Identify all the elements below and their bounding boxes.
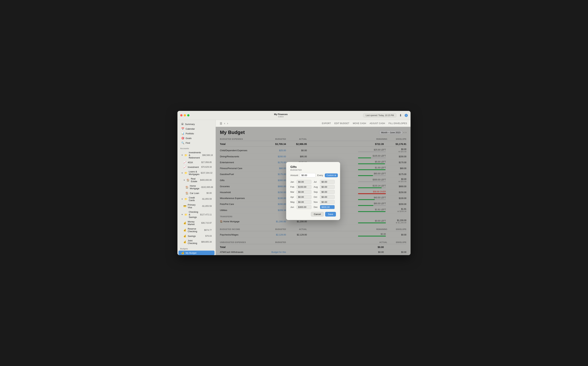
content-toolbar: ||| ‹ › EXPORT EDIT BUDGET MOVE CASH ADJ… xyxy=(216,120,411,127)
modal-overlay: Gifts BUDGETED Amount Every Custom ⊗ xyxy=(216,127,411,255)
sidebar-item-label: 401K xyxy=(188,161,200,164)
sidebar-item-label: Loans & Mortgages xyxy=(189,170,199,175)
custom-icon: ⊗ xyxy=(334,174,336,176)
cancel-button[interactable]: Cancel xyxy=(311,212,324,217)
sidebar-item-find[interactable]: 🔍 Find xyxy=(179,141,214,145)
month-label: Sep xyxy=(314,191,319,193)
account-amount: $76.03 xyxy=(205,235,212,237)
sidebar-item-primaryvisa[interactable]: 💳 Primary Visa -$1,855.59 xyxy=(179,203,214,210)
modal-month-row: Jan xyxy=(290,180,313,184)
modal-amount-row: Amount Every Custom ⊗ xyxy=(290,173,336,177)
account-amount: -$162,695.68 xyxy=(201,186,213,188)
sidebar-item-label: Credit Cards xyxy=(189,196,200,202)
month-input[interactable] xyxy=(320,205,335,209)
money-icon: 💰 xyxy=(183,229,186,231)
sidebar-item-moneymarket[interactable]: 💰 Money Market $36,715.97 xyxy=(179,220,214,226)
sidebar-item-checking[interactable]: ▼ 📁 Checking & Savings $127,472.11 xyxy=(179,210,214,219)
sidebar-item-summary[interactable]: 🏛 Summary xyxy=(179,122,214,126)
money-icon: 💰 xyxy=(183,235,186,237)
budget-icon: 💰 xyxy=(181,252,184,254)
sidebar-item-label: Primary Visa xyxy=(188,204,200,209)
folder-icon: 📁 xyxy=(184,154,187,157)
custom-button[interactable]: Custom ⊗ xyxy=(325,174,338,177)
folder-icon: 📁 xyxy=(184,172,187,174)
modal-title: Gifts xyxy=(290,165,336,168)
sidebar-item-investment[interactable]: 📈 Investment $70,629.33 xyxy=(179,165,214,169)
month-input[interactable] xyxy=(320,180,335,184)
download-button[interactable]: ⬇ xyxy=(399,114,402,117)
month-input[interactable] xyxy=(297,185,311,189)
sidebar-item-label: Savings xyxy=(188,235,204,237)
month-input[interactable] xyxy=(297,200,311,204)
amount-input[interactable] xyxy=(300,173,316,177)
sidebar-item-loans[interactable]: ▼ 📁 Loans & Mortgages $237,304.32 xyxy=(179,169,214,176)
chart-icon: 📈 xyxy=(183,161,186,164)
month-input[interactable] xyxy=(297,205,311,209)
sidebar-item-label: Summary xyxy=(185,123,212,125)
month-label: Apr xyxy=(290,196,296,198)
sidebar-item-realestate[interactable]: ▼ 🏠 Real Estate $400,000.00 xyxy=(179,176,214,183)
sidebar: 🏛 Summary 📅 Calendar 📊 Portfolio 🎯 Goals… xyxy=(177,120,216,255)
sidebar-item-investments[interactable]: ▼ 📁 Investments & Retirement $98,588.18 xyxy=(179,150,214,160)
every-label: Every xyxy=(317,174,323,176)
modal-month-row: Apr xyxy=(290,195,313,199)
month-label: Aug xyxy=(314,186,319,188)
sidebar-item-label: Real Estate xyxy=(191,177,199,183)
modal-month-row: Aug xyxy=(314,185,336,189)
forward-button[interactable]: › xyxy=(227,122,229,125)
month-input[interactable] xyxy=(297,180,311,184)
month-input[interactable] xyxy=(297,195,311,199)
fill-envelopes-button[interactable]: FILL ENVELOPES xyxy=(388,122,407,125)
modal-month-grid: Jan Jul Feb Aug Mar Sep Apr Oct May No xyxy=(290,180,336,209)
export-button[interactable]: EXPORT xyxy=(322,122,331,125)
sidebar-item-jointchecking[interactable]: 💰 Joint Checking $89,805.34 xyxy=(179,238,214,245)
maximize-button[interactable] xyxy=(187,114,189,116)
summary-icon: 🏛 xyxy=(181,123,184,125)
home-icon: 🏠 xyxy=(185,192,188,194)
titlebar-center: My Finances Edited xyxy=(198,113,363,118)
sidebar-item-label: My Budget xyxy=(186,252,212,254)
sidebar-item-homemortgage[interactable]: 🏠 Home Mortgage -$162,695.68 xyxy=(179,184,214,191)
card-icon: 💳 xyxy=(183,205,186,207)
sidebar-item-mybudget[interactable]: 💰 My Budget xyxy=(179,251,214,255)
sidebar-item-portfolio[interactable]: 📊 Portfolio xyxy=(179,131,214,136)
sidebar-item-label: Reserve Checking xyxy=(188,228,203,233)
edit-budget-button[interactable]: EDIT BUDGET xyxy=(334,122,349,125)
sidebar-toggle-btn[interactable]: ||| xyxy=(219,122,223,125)
month-input[interactable] xyxy=(320,200,335,204)
modal-month-row: Nov xyxy=(314,200,336,204)
sidebar-item-label: Find xyxy=(186,142,212,144)
save-button[interactable]: Save xyxy=(325,212,336,217)
month-label: Jan xyxy=(290,181,296,183)
close-button[interactable] xyxy=(180,114,182,116)
month-label: Nov xyxy=(314,201,319,203)
modal-month-row: Oct xyxy=(314,195,336,199)
sidebar-item-goals[interactable]: 🎯 Goals xyxy=(179,136,214,140)
adjust-cash-button[interactable]: ADJUST CASH xyxy=(370,122,385,125)
account-amount: $70,629.33 xyxy=(201,166,212,168)
sidebar-item-savings[interactable]: 💰 Savings $76.03 xyxy=(179,234,214,238)
modal-month-row: Jun xyxy=(290,205,313,209)
sidebar-item-creditcards[interactable]: ▼ 📁 Credit Cards -$1,855.59 xyxy=(179,196,214,202)
modal-month-row: Sep xyxy=(314,190,336,194)
move-cash-button[interactable]: MOVE CASH xyxy=(353,122,366,125)
month-input[interactable] xyxy=(320,185,335,189)
minimize-button[interactable] xyxy=(184,114,186,116)
sidebar-item-401k[interactable]: 📈 401K $27,958.85 xyxy=(179,160,214,165)
account-amount: $237,304.32 xyxy=(201,172,212,174)
back-button[interactable]: ‹ xyxy=(223,122,226,125)
account-amount: -$1,855.59 xyxy=(202,205,212,207)
sidebar-item-carloan[interactable]: 🏠 Car Loan $0.00 xyxy=(179,191,214,195)
account-amount: $36,715.97 xyxy=(201,222,212,224)
month-label: Jun xyxy=(290,206,296,208)
month-label: Mar xyxy=(290,191,296,193)
sidebar-item-reservechecking[interactable]: 💰 Reserve Checking $874.77 xyxy=(179,227,214,234)
month-input[interactable] xyxy=(320,195,335,199)
month-label: Feb xyxy=(290,186,296,188)
custom-label: Custom xyxy=(327,174,334,176)
sidebar-item-calendar[interactable]: 📅 Calendar xyxy=(179,127,214,131)
month-input[interactable] xyxy=(297,190,311,194)
month-label: May xyxy=(290,201,296,203)
account-amount: $400,000.00 xyxy=(200,179,212,181)
month-input[interactable] xyxy=(320,190,335,194)
